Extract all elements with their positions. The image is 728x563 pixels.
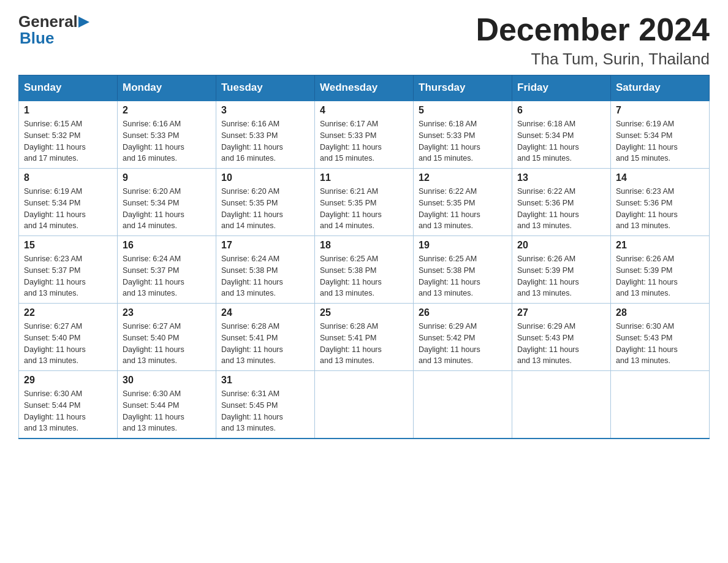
calendar-header-row: SundayMondayTuesdayWednesdayThursdayFrid… [19,75,710,101]
calendar-day-cell [414,371,512,439]
calendar-day-cell: 23Sunrise: 6:27 AMSunset: 5:40 PMDayligh… [118,304,216,371]
calendar-day-cell [611,371,710,439]
page-header: General Blue December 2024 Tha Tum, Suri… [18,12,710,69]
day-number: 19 [419,240,507,251]
day-number: 11 [320,172,408,183]
day-number: 31 [221,375,309,386]
calendar-day-cell: 22Sunrise: 6:27 AMSunset: 5:40 PMDayligh… [19,304,118,371]
calendar-week-row: 8Sunrise: 6:19 AMSunset: 5:34 PMDaylight… [19,169,710,236]
calendar-day-cell: 16Sunrise: 6:24 AMSunset: 5:37 PMDayligh… [118,236,216,304]
day-number: 29 [24,375,112,386]
calendar-day-cell: 24Sunrise: 6:28 AMSunset: 5:41 PMDayligh… [216,304,315,371]
day-info: Sunrise: 6:28 AMSunset: 5:41 PMDaylight:… [221,321,309,367]
day-number: 28 [616,307,704,318]
day-info: Sunrise: 6:25 AMSunset: 5:38 PMDaylight:… [419,253,507,299]
day-info: Sunrise: 6:26 AMSunset: 5:39 PMDaylight:… [517,253,605,299]
day-number: 6 [517,105,605,116]
calendar-day-cell: 30Sunrise: 6:30 AMSunset: 5:44 PMDayligh… [118,371,216,439]
day-number: 2 [123,105,211,116]
calendar-day-cell: 21Sunrise: 6:26 AMSunset: 5:39 PMDayligh… [611,236,710,304]
day-number: 8 [24,172,112,183]
calendar-day-cell: 8Sunrise: 6:19 AMSunset: 5:34 PMDaylight… [19,169,118,236]
calendar-day-cell: 13Sunrise: 6:22 AMSunset: 5:36 PMDayligh… [512,169,611,236]
day-info: Sunrise: 6:20 AMSunset: 5:35 PMDaylight:… [221,186,309,232]
calendar-week-row: 22Sunrise: 6:27 AMSunset: 5:40 PMDayligh… [19,304,710,371]
day-number: 4 [320,105,408,116]
day-info: Sunrise: 6:22 AMSunset: 5:35 PMDaylight:… [419,186,507,232]
logo-arrow-icon [78,15,89,29]
day-info: Sunrise: 6:22 AMSunset: 5:36 PMDaylight:… [517,186,605,232]
day-number: 5 [419,105,507,116]
calendar-week-row: 29Sunrise: 6:30 AMSunset: 5:44 PMDayligh… [19,371,710,439]
logo-blue-text: Blue [20,29,54,48]
day-number: 20 [517,240,605,251]
month-year-title: December 2024 [476,12,710,47]
day-info: Sunrise: 6:28 AMSunset: 5:41 PMDaylight:… [320,321,408,367]
calendar-day-cell: 18Sunrise: 6:25 AMSunset: 5:38 PMDayligh… [315,236,414,304]
calendar-day-cell [315,371,414,439]
day-info: Sunrise: 6:27 AMSunset: 5:40 PMDaylight:… [123,321,211,367]
day-number: 3 [221,105,309,116]
calendar-day-cell: 10Sunrise: 6:20 AMSunset: 5:35 PMDayligh… [216,169,315,236]
calendar-header-saturday: Saturday [611,75,710,101]
day-info: Sunrise: 6:23 AMSunset: 5:36 PMDaylight:… [616,186,704,232]
day-info: Sunrise: 6:27 AMSunset: 5:40 PMDaylight:… [24,321,112,367]
day-number: 27 [517,307,605,318]
calendar-day-cell: 9Sunrise: 6:20 AMSunset: 5:34 PMDaylight… [118,169,216,236]
calendar-day-cell: 26Sunrise: 6:29 AMSunset: 5:42 PMDayligh… [414,304,512,371]
calendar-header-friday: Friday [512,75,611,101]
day-number: 21 [616,240,704,251]
day-info: Sunrise: 6:23 AMSunset: 5:37 PMDaylight:… [24,253,112,299]
calendar-day-cell [512,371,611,439]
day-number: 1 [24,105,112,116]
calendar-day-cell: 25Sunrise: 6:28 AMSunset: 5:41 PMDayligh… [315,304,414,371]
day-info: Sunrise: 6:30 AMSunset: 5:43 PMDaylight:… [616,321,704,367]
day-number: 24 [221,307,309,318]
day-number: 7 [616,105,704,116]
day-info: Sunrise: 6:17 AMSunset: 5:33 PMDaylight:… [320,118,408,164]
day-info: Sunrise: 6:31 AMSunset: 5:45 PMDaylight:… [221,388,309,434]
location-subtitle: Tha Tum, Surin, Thailand [476,50,710,69]
calendar-day-cell: 20Sunrise: 6:26 AMSunset: 5:39 PMDayligh… [512,236,611,304]
calendar-header-sunday: Sunday [19,75,118,101]
calendar-day-cell: 28Sunrise: 6:30 AMSunset: 5:43 PMDayligh… [611,304,710,371]
calendar-day-cell: 19Sunrise: 6:25 AMSunset: 5:38 PMDayligh… [414,236,512,304]
day-info: Sunrise: 6:30 AMSunset: 5:44 PMDaylight:… [24,388,112,434]
calendar-day-cell: 1Sunrise: 6:15 AMSunset: 5:32 PMDaylight… [19,101,118,169]
calendar-header-monday: Monday [118,75,216,101]
calendar-day-cell: 12Sunrise: 6:22 AMSunset: 5:35 PMDayligh… [414,169,512,236]
calendar-day-cell: 29Sunrise: 6:30 AMSunset: 5:44 PMDayligh… [19,371,118,439]
day-number: 14 [616,172,704,183]
calendar-day-cell: 3Sunrise: 6:16 AMSunset: 5:33 PMDaylight… [216,101,315,169]
day-number: 12 [419,172,507,183]
day-info: Sunrise: 6:19 AMSunset: 5:34 PMDaylight:… [616,118,704,164]
calendar-header-wednesday: Wednesday [315,75,414,101]
calendar-day-cell: 17Sunrise: 6:24 AMSunset: 5:38 PMDayligh… [216,236,315,304]
title-block: December 2024 Tha Tum, Surin, Thailand [476,12,710,69]
day-info: Sunrise: 6:20 AMSunset: 5:34 PMDaylight:… [123,186,211,232]
calendar-day-cell: 15Sunrise: 6:23 AMSunset: 5:37 PMDayligh… [19,236,118,304]
day-number: 16 [123,240,211,251]
calendar-day-cell: 11Sunrise: 6:21 AMSunset: 5:35 PMDayligh… [315,169,414,236]
day-number: 17 [221,240,309,251]
day-number: 26 [419,307,507,318]
day-number: 10 [221,172,309,183]
day-number: 30 [123,375,211,386]
svg-marker-0 [78,17,89,28]
calendar-day-cell: 14Sunrise: 6:23 AMSunset: 5:36 PMDayligh… [611,169,710,236]
calendar-day-cell: 31Sunrise: 6:31 AMSunset: 5:45 PMDayligh… [216,371,315,439]
day-number: 9 [123,172,211,183]
logo: General Blue [18,12,90,48]
day-info: Sunrise: 6:18 AMSunset: 5:33 PMDaylight:… [419,118,507,164]
day-info: Sunrise: 6:15 AMSunset: 5:32 PMDaylight:… [24,118,112,164]
day-info: Sunrise: 6:18 AMSunset: 5:34 PMDaylight:… [517,118,605,164]
calendar-day-cell: 2Sunrise: 6:16 AMSunset: 5:33 PMDaylight… [118,101,216,169]
calendar-header-tuesday: Tuesday [216,75,315,101]
calendar-day-cell: 4Sunrise: 6:17 AMSunset: 5:33 PMDaylight… [315,101,414,169]
day-number: 13 [517,172,605,183]
day-info: Sunrise: 6:25 AMSunset: 5:38 PMDaylight:… [320,253,408,299]
day-number: 23 [123,307,211,318]
calendar-day-cell: 5Sunrise: 6:18 AMSunset: 5:33 PMDaylight… [414,101,512,169]
day-info: Sunrise: 6:30 AMSunset: 5:44 PMDaylight:… [123,388,211,434]
calendar-week-row: 1Sunrise: 6:15 AMSunset: 5:32 PMDaylight… [19,101,710,169]
